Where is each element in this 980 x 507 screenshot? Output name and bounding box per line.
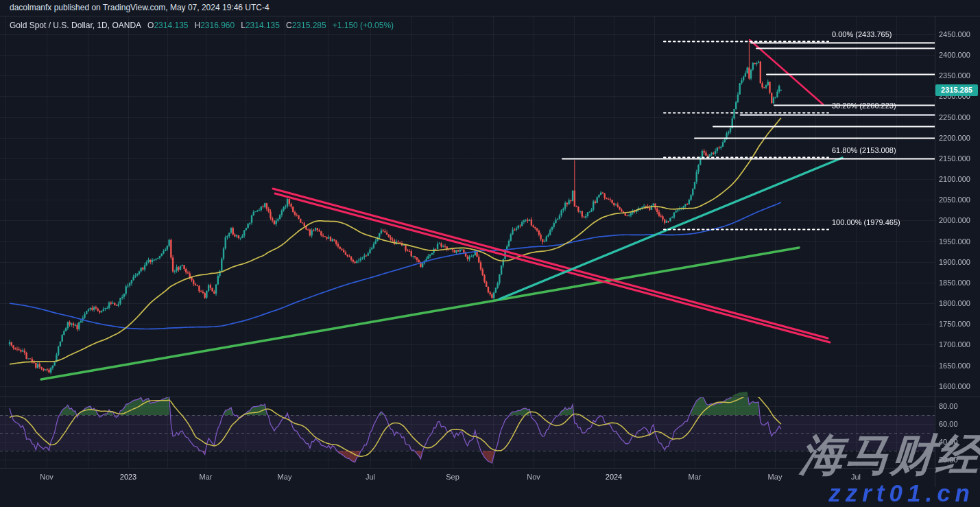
ohlc-close-key: C: [286, 21, 292, 30]
price-axis-label: 1700.000: [939, 340, 970, 349]
change-value: +1.150 (+0.05%): [333, 21, 394, 30]
publish-info-bar: dacolmanfx published on TradingView.com,…: [0, 0, 980, 16]
price-axis-label: 1950.000: [939, 237, 970, 246]
fib-level-label: 0.00% (2433.765): [832, 30, 892, 38]
time-axis-label: May: [278, 473, 292, 481]
ohlc-close-value: 2315.285: [292, 21, 326, 30]
price-axis-label: 2350.000: [939, 71, 970, 80]
price-axis-label: 2000.000: [939, 216, 970, 224]
ohlc-open-value: 2314.135: [154, 21, 188, 30]
time-axis-label: 2024: [606, 473, 622, 481]
time-axis-label: Jul: [366, 473, 375, 481]
price-axis-label: 2400.000: [939, 51, 970, 59]
fib-level-label: 100.00% (1979.465): [832, 218, 900, 226]
price-axis-label: 2250.000: [939, 113, 970, 121]
price-axis-label: 1850.000: [939, 279, 970, 287]
price-axis-label: 1750.000: [939, 320, 970, 328]
symbol-title: Gold Spot / U.S. Dollar, 1D, OANDA: [10, 21, 141, 30]
time-axis-label: May: [768, 473, 782, 481]
fib-level-label: 61.80% (2153.008): [832, 146, 896, 154]
watermark-cjk-text: 海马财经: [798, 425, 980, 485]
fib-level-label: 38.20% (2260.223): [832, 102, 896, 110]
ohlc-low-value: 2314.135: [246, 21, 280, 30]
price-axis-label: 2150.000: [939, 154, 970, 163]
time-axis-label: Nov: [527, 473, 540, 481]
price-axis-label: 1800.000: [939, 299, 970, 307]
time-axis-label: Mar: [689, 473, 702, 481]
price-axis-label: 2100.000: [939, 175, 970, 183]
publish-info-text: dacolmanfx published on TradingView.com,…: [10, 3, 270, 12]
price-axis-label: 2200.000: [939, 134, 970, 142]
time-axis-label: Nov: [40, 473, 53, 481]
ohlc-low-key: L: [241, 21, 246, 30]
price-axis-label: 1900.000: [939, 258, 970, 266]
ohlc-high-key: H: [194, 21, 200, 30]
price-axis-label: 2450.000: [939, 30, 970, 38]
rsi-axis-label: 80.00: [939, 402, 958, 410]
watermark-url-text: zzrt01.cn: [828, 480, 975, 507]
symbol-legend[interactable]: Gold Spot / U.S. Dollar, 1D, OANDAO2314.…: [10, 21, 394, 30]
time-axis-label: 2023: [120, 473, 136, 481]
time-axis-label: Sep: [446, 473, 459, 481]
last-price-badge[interactable]: 2315.285: [935, 84, 978, 96]
price-axis-label: 2050.000: [939, 196, 970, 204]
price-axis-label: 1650.000: [939, 362, 970, 370]
ohlc-high-value: 2316.960: [200, 21, 235, 30]
price-axis-label: 1600.000: [939, 382, 970, 390]
time-axis-label: Mar: [200, 473, 213, 481]
tradingview-published-chart: dacolmanfx published on TradingView.com,…: [0, 0, 980, 507]
